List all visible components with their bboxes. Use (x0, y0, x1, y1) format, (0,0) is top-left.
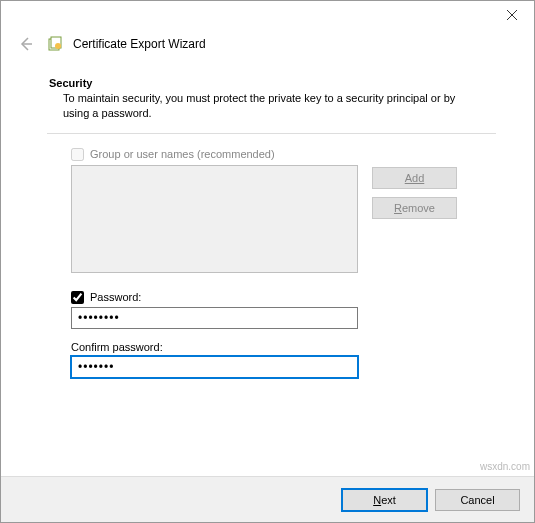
group-names-list (71, 165, 358, 273)
add-button: Add (372, 167, 457, 189)
svg-point-5 (55, 43, 61, 49)
password-input[interactable] (71, 307, 358, 329)
password-checkbox[interactable] (71, 291, 84, 304)
group-names-label: Group or user names (recommended) (90, 148, 275, 160)
confirm-password-label: Confirm password: (71, 341, 494, 353)
section-heading: Security (49, 77, 494, 89)
watermark: wsxdn.com (480, 461, 530, 472)
close-button[interactable] (489, 1, 534, 29)
remove-button: Remove (372, 197, 457, 219)
next-button[interactable]: Next (342, 489, 427, 511)
close-icon (507, 10, 517, 20)
confirm-password-input[interactable] (71, 356, 358, 378)
wizard-title: Certificate Export Wizard (73, 37, 206, 51)
password-label: Password: (90, 291, 141, 303)
group-names-checkbox[interactable] (71, 148, 84, 161)
wizard-icon (47, 36, 63, 52)
back-arrow-icon (17, 35, 35, 53)
back-button[interactable] (15, 33, 37, 55)
cancel-button[interactable]: Cancel (435, 489, 520, 511)
section-description: To maintain security, you must protect t… (49, 91, 494, 121)
divider (47, 133, 496, 134)
